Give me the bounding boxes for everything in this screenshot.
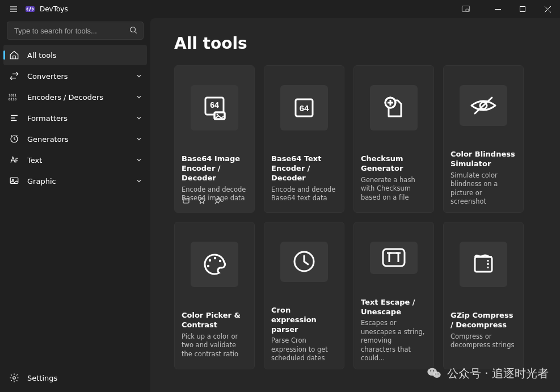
- tool-icon: 64: [191, 85, 238, 130]
- favorite-icon[interactable]: [197, 196, 207, 205]
- app-title: DevToys: [40, 5, 68, 13]
- chevron-down-icon: [136, 73, 142, 79]
- chevron-down-icon: [136, 157, 142, 163]
- tool-icon: [460, 85, 507, 126]
- tool-title: Cron expression parser: [271, 306, 337, 335]
- compact-mode-button[interactable]: [456, 0, 476, 18]
- svg-text:0110: 0110: [9, 98, 17, 101]
- svg-text:64: 64: [210, 100, 219, 109]
- tool-icon: [280, 242, 328, 282]
- svg-point-10: [130, 27, 136, 32]
- sidebar-item-converters[interactable]: Converters: [3, 66, 147, 86]
- text-icon: [8, 154, 20, 166]
- chevron-down-icon: [136, 136, 142, 142]
- svg-point-37: [209, 259, 211, 262]
- svg-rect-5: [466, 9, 469, 11]
- hamburger-button[interactable]: [5, 0, 23, 18]
- minimize-button[interactable]: [485, 0, 510, 18]
- tool-description: Compress or decompress strings: [450, 332, 516, 350]
- tools-grid: 64Base64 Image Encoder / DecoderEncode a…: [174, 65, 543, 369]
- pin-icon[interactable]: [213, 196, 222, 205]
- sidebar-item-label: Settings: [27, 374, 142, 382]
- sidebar-item-label: Generators: [27, 135, 136, 144]
- svg-text:1011: 1011: [9, 94, 17, 97]
- tool-title: GZip Compress / Decompress: [450, 311, 516, 330]
- tool-icon: [460, 242, 507, 287]
- svg-text:64: 64: [300, 103, 309, 113]
- home-icon: [8, 49, 20, 61]
- tool-description: Encode and decode Base64 text data: [271, 186, 337, 203]
- format-icon: [8, 112, 20, 124]
- sidebar-item-text[interactable]: Text: [3, 150, 147, 170]
- tool-title: Color Picker & Contrast: [182, 311, 247, 330]
- svg-rect-45: [475, 257, 492, 272]
- tool-card-base64-image-encoder-decoder[interactable]: 64Base64 Image Encoder / DecoderEncode a…: [174, 65, 255, 213]
- tool-icon: 64: [280, 85, 328, 130]
- tool-description: Escapes or unescapes a string, removing …: [361, 319, 427, 363]
- sidebar-item-label: All tools: [27, 51, 142, 60]
- sidebar-item-formatters[interactable]: Formatters: [3, 108, 147, 128]
- sidebar-item-graphic[interactable]: Graphic: [3, 171, 147, 191]
- tool-title: Base64 Image Encoder / Decoder: [182, 154, 247, 183]
- sidebar-item-label: Formatters: [27, 114, 136, 123]
- tool-card-text-escape-unescape[interactable]: Text Escape / UnescapeEscapes or unescap…: [353, 222, 434, 369]
- main-content: All tools 64Base64 Image Encoder / Decod…: [150, 18, 560, 392]
- page-title: All tools: [174, 34, 543, 53]
- sidebar-item-all-tools[interactable]: All tools: [3, 45, 147, 65]
- sidebar-item-label: Text: [27, 156, 136, 165]
- svg-rect-26: [183, 199, 189, 203]
- graphic-icon: [8, 175, 20, 187]
- svg-point-20: [13, 377, 16, 380]
- generator-icon: [8, 133, 20, 145]
- tool-description: Parse Cron expression to get scheduled d…: [271, 336, 337, 363]
- tool-title: Color Blindness Simulator: [450, 150, 516, 169]
- tool-description: Simulate color blindness on a picture or…: [450, 171, 516, 206]
- chevron-down-icon: [136, 178, 142, 184]
- title-bar: DevToys: [0, 0, 560, 18]
- chevron-down-icon: [136, 94, 142, 100]
- svg-point-25: [217, 114, 218, 116]
- svg-rect-42: [383, 249, 405, 266]
- svg-rect-7: [520, 7, 525, 12]
- tool-card-color-picker-contrast[interactable]: Color Picker & ContrastPick up a color o…: [174, 222, 255, 369]
- tool-card-color-blindness-simulator[interactable]: Color Blindness SimulatorSimulate color …: [443, 65, 524, 213]
- search-icon: [129, 26, 138, 35]
- tool-icon: [370, 85, 418, 130]
- open-new-window-icon[interactable]: [182, 196, 191, 205]
- sidebar-item-settings[interactable]: Settings: [3, 368, 147, 388]
- tool-description: Pick up a color or two and validate the …: [182, 332, 247, 359]
- sidebar-item-label: Converters: [27, 72, 136, 81]
- convert-icon: [8, 70, 20, 82]
- sidebar-item-label: Encoders / Decoders: [27, 93, 136, 102]
- maximize-button[interactable]: [510, 0, 535, 18]
- sidebar: All toolsConverters10110110Encoders / De…: [0, 18, 150, 392]
- tool-icon: [191, 242, 238, 287]
- search-box[interactable]: [7, 22, 144, 40]
- tool-description: Generate a hash with Checksum based on a…: [361, 176, 427, 203]
- svg-point-40: [207, 265, 209, 267]
- search-input[interactable]: [14, 27, 129, 35]
- tool-card-checksum-generator[interactable]: Checksum GeneratorGenerate a hash with C…: [353, 65, 434, 213]
- sidebar-item-label: Graphic: [27, 177, 136, 186]
- tool-title: Text Escape / Unescape: [361, 298, 427, 317]
- nav-list: All toolsConverters10110110Encoders / De…: [0, 44, 150, 365]
- close-button[interactable]: [535, 0, 560, 18]
- svg-line-11: [135, 32, 137, 33]
- binary-icon: 10110110: [8, 91, 20, 103]
- tool-card-gzip-compress-decompress[interactable]: GZip Compress / DecompressCompress or de…: [443, 222, 524, 369]
- tool-card-cron-expression-parser[interactable]: Cron expression parserParse Cron express…: [264, 222, 344, 369]
- tool-title: Base64 Text Encoder / Decoder: [271, 154, 337, 183]
- app-logo-icon: [25, 4, 35, 14]
- gear-icon: [8, 372, 20, 384]
- sidebar-item-generators[interactable]: Generators: [3, 129, 147, 149]
- svg-line-36: [475, 98, 492, 113]
- tool-title: Checksum Generator: [361, 154, 427, 174]
- svg-point-39: [219, 260, 221, 262]
- svg-line-28: [215, 202, 217, 204]
- svg-point-38: [214, 257, 216, 259]
- tool-card-base64-text-encoder-decoder[interactable]: 64Base64 Text Encoder / DecoderEncode an…: [264, 65, 344, 213]
- chevron-down-icon: [136, 115, 142, 121]
- tool-icon: [370, 242, 418, 274]
- sidebar-item-encoders-decoders[interactable]: 10110110Encoders / Decoders: [3, 87, 147, 107]
